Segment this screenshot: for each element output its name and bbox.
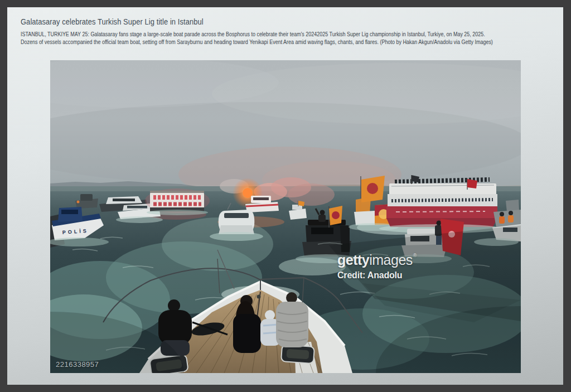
window-frame: Galatasaray celebrates Turkish Super Lig…: [0, 0, 571, 392]
getty-watermark: gettyimages® Credit: Anadolu: [337, 253, 417, 280]
stock-photo: POLİS: [50, 60, 521, 373]
scene-svg: POLİS: [50, 60, 521, 373]
watermark-brand-bold: getty: [337, 252, 369, 268]
caption-line-1: ISTANBUL, TURKIYE MAY 25: Galatasaray fa…: [21, 30, 493, 38]
photo-caption: ISTANBUL, TURKIYE MAY 25: Galatasaray fa…: [21, 30, 571, 46]
asset-id: 2216338957: [56, 360, 99, 369]
page-title: Galatasaray celebrates Turkish Super Lig…: [21, 17, 204, 26]
tour-boat: [145, 188, 210, 215]
watermark-brand-light: images: [369, 252, 413, 268]
ferry-red-band: [386, 206, 497, 219]
watermark-brand: gettyimages®: [337, 253, 417, 267]
asset-page: Galatasaray celebrates Turkish Super Lig…: [7, 7, 563, 385]
caption-line-2: Dozens of vessels accompanied the offici…: [21, 38, 493, 46]
watermark-credit: Credit: Anadolu: [337, 271, 417, 280]
registered-mark: ®: [413, 253, 417, 258]
